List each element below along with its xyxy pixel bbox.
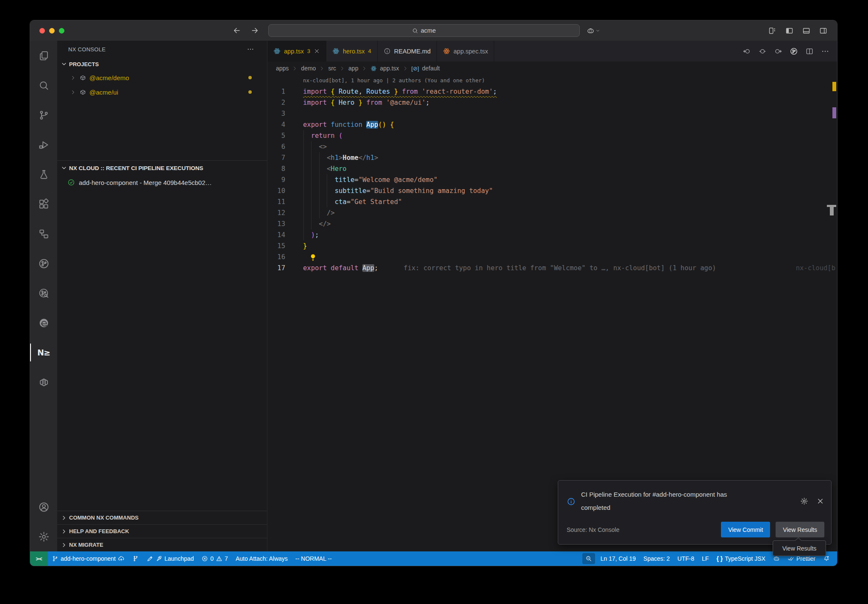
activity-bar-item-nx-console[interactable]: N≥ [30,338,57,367]
lightbulb-icon[interactable] [309,253,317,261]
toggle-panel-icon[interactable] [802,26,811,35]
annotation-forward-icon[interactable] [774,47,782,56]
pencil-icon [147,555,153,562]
code-line[interactable]: 1import { Route, Routes } from 'react-ro… [267,86,837,97]
graph-icon [132,555,139,562]
status-item-cursor-position[interactable]: Ln 17, Col 19 [597,551,640,566]
tab-app.tsx[interactable]: app.tsx3 [267,41,326,62]
status-item-encoding[interactable]: UTF-8 [673,551,698,566]
toggle-primary-sidebar-icon[interactable] [785,26,794,35]
code-line[interactable]: 8 <Hero [267,163,837,174]
status-item-zoom-indicator[interactable] [582,553,595,564]
code-line[interactable]: 5 return ( [267,130,837,141]
nav-back-icon[interactable] [233,26,241,35]
activity-bar-item-accounts[interactable] [30,492,57,522]
minimize-window-button[interactable] [49,28,55,34]
activity-bar-item-explorer[interactable] [30,41,57,70]
status-item-auto-attach[interactable]: Auto Attach: Always [232,551,292,566]
nav-forward-icon[interactable] [250,26,259,35]
status-item-eol[interactable]: LF [698,551,712,566]
sidebar-section-help-and-feedback[interactable]: HELP AND FEEDBACK [57,524,267,538]
code-line[interactable]: 6 <> [267,141,837,152]
activity-bar-item-containers[interactable] [30,367,57,397]
activity-bar-item-gitlens[interactable] [30,249,57,278]
code-line[interactable]: 3 [267,108,837,119]
breadcrumb-item[interactable]: demo [301,65,316,72]
modified-dot [248,76,252,79]
customize-layout-icon[interactable] [768,26,777,35]
close-window-button[interactable] [39,28,45,34]
split-editor-icon[interactable] [805,47,814,56]
pipeline-execution-item[interactable]: add-hero-component - Merge 409b44e5cb02… [57,175,267,190]
code-line[interactable]: 17export default App;fix: correct typo i… [267,263,837,274]
toggle-secondary-sidebar-icon[interactable] [819,26,828,35]
close-icon[interactable] [816,488,824,514]
more-actions-icon[interactable] [247,45,254,53]
accounts-icon [38,501,50,513]
activity-bar-item-extensions[interactable] [30,189,57,219]
status-item-indentation[interactable]: Spaces: 2 [640,551,673,566]
line-number: 3 [267,108,285,119]
view-commit-button[interactable]: View Commit [721,522,770,537]
code-line[interactable]: 7 <h1>Home</h1> [267,152,837,163]
status-label: 0 [210,555,214,562]
editor-group: app.tsx3hero.tsx4README.mdapp.spec.tsx a… [267,41,837,551]
breadcrumb-item[interactable]: src [328,65,336,72]
notification-settings-icon[interactable] [800,488,808,514]
code-line[interactable]: 14 ); [267,229,837,240]
view-results-button[interactable]: View Results [776,522,824,537]
activity-bar-item-source-control[interactable] [30,100,57,130]
activity-bar-item-edge-tools[interactable] [30,308,57,338]
code-line[interactable]: 11 cta="Get Started" [267,196,837,207]
status-item-git-branch[interactable]: add-hero-component [48,551,128,566]
settings-icon [38,531,50,542]
activity-bar-item-run-debug[interactable] [30,130,57,159]
activity-bar-item-workspaces[interactable] [30,219,57,249]
status-item-problems[interactable]: 07 [198,551,232,566]
close-icon[interactable] [314,48,320,54]
sidebar-section-nx-migrate[interactable]: NX MIGRATE [57,538,267,551]
tab-app.spec.tsx[interactable]: app.spec.tsx [437,41,494,62]
maximize-window-button[interactable] [59,28,64,34]
status-item-vim-mode[interactable]: -- NORMAL -- [292,551,336,566]
tab-hero.tsx[interactable]: hero.tsx4 [326,41,378,62]
projects-section-header[interactable]: PROJECTS [57,58,267,70]
code-line[interactable]: 13 </> [267,218,837,229]
code-line[interactable]: 4export function App() { [267,119,837,130]
section-label: HELP AND FEEDBACK [69,528,129,534]
codelens-blame[interactable]: nx-cloud[bot], 1 hour ago | 2 authors (Y… [267,75,837,86]
remote-indicator[interactable]: >< [30,551,48,566]
breadcrumb-symbol[interactable]: default [422,65,440,72]
breadcrumb-item[interactable]: apps [276,65,289,72]
project-row[interactable]: @acme/demo [57,70,267,85]
code-line[interactable]: 10 subtitle="Build something amazing tod… [267,185,837,196]
copilot-icon [773,555,780,562]
annotation-back-icon[interactable] [743,47,751,56]
annotation-current-icon[interactable] [758,47,767,56]
git-blame-annotation: fix: correct typo in hero title from "We… [403,263,716,274]
breadcrumb-file[interactable]: app.tsx [380,65,399,72]
status-item-git-graph[interactable] [128,551,143,566]
activity-bar-item-testing[interactable] [30,159,57,189]
tab-README.md[interactable]: README.md [378,41,437,62]
code-line[interactable]: 2import { Hero } from '@acme/ui'; [267,97,837,108]
code-line[interactable]: 15} [267,240,837,252]
code-line[interactable]: 9 title="Welcome @acme/demo" [267,174,837,185]
gitlens-graph-icon[interactable] [790,47,798,56]
activity-bar-item-search[interactable] [30,70,57,100]
more-actions-icon[interactable] [821,47,829,56]
package-icon [79,74,86,81]
status-item-launchpad[interactable]: Launchpad [143,551,198,566]
activity-bar-item-gitlens-inspect[interactable] [30,278,57,308]
breadcrumb-item[interactable]: app [348,65,358,72]
project-row[interactable]: @acme/ui [57,85,267,99]
sidebar-section-common-nx-commands[interactable]: COMMON NX COMMANDS [57,511,267,524]
copilot-menu[interactable] [587,27,600,35]
indent-guide [303,130,304,240]
status-item-language-mode[interactable]: { }TypeScript JSX [712,551,769,566]
command-center-search[interactable]: acme [268,24,580,37]
code-line[interactable]: 12 /> [267,207,837,218]
nx-cloud-section-header[interactable]: NX CLOUD :: RECENT CI PIPELINE EXECUTION… [57,161,267,175]
activity-bar-item-settings[interactable] [30,522,57,551]
code-line[interactable]: 16 [267,252,837,263]
